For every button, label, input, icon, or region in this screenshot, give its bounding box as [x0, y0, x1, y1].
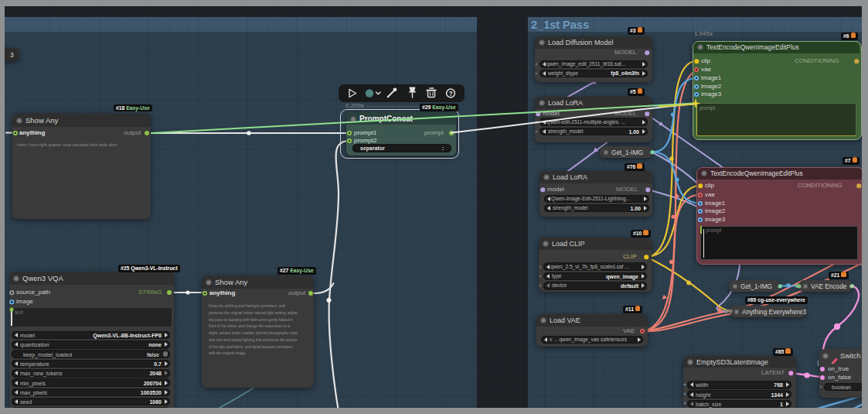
svg-text:?: ?	[448, 90, 452, 98]
